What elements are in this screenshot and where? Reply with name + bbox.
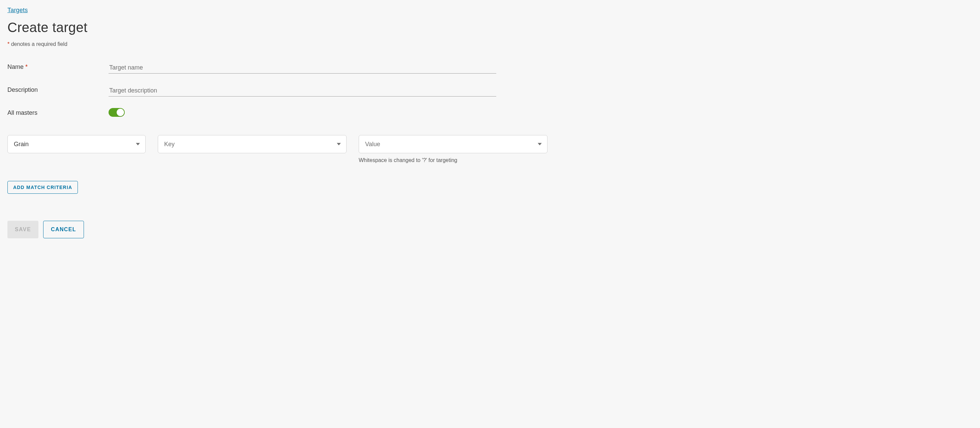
criteria-key-select[interactable]: Key — [158, 135, 347, 153]
create-target-form: Name * Description All masters Gr — [7, 62, 973, 238]
all-masters-label: All masters — [7, 108, 108, 117]
name-label-text: Name — [7, 64, 25, 70]
toggle-knob — [117, 109, 124, 116]
chevron-down-icon — [136, 143, 140, 145]
page-title: Create target — [7, 20, 973, 35]
criteria-key-value: Key — [164, 141, 175, 148]
match-criteria-row: Grain Key Value Whitespace is changed to… — [7, 135, 973, 163]
name-required-mark: * — [25, 64, 28, 70]
chevron-down-icon — [337, 143, 341, 145]
required-note-text: denotes a required field — [10, 41, 67, 47]
form-actions: SAVE CANCEL — [7, 221, 973, 238]
all-masters-toggle[interactable] — [108, 108, 125, 117]
required-field-note: * denotes a required field — [7, 41, 973, 47]
criteria-type-value: Grain — [14, 141, 29, 148]
description-input[interactable] — [108, 85, 496, 97]
criteria-value-helper: Whitespace is changed to '?' for targeti… — [359, 157, 547, 163]
criteria-value-value: Value — [365, 141, 380, 148]
breadcrumb-targets-link[interactable]: Targets — [7, 7, 28, 13]
breadcrumb: Targets — [7, 7, 973, 14]
description-label: Description — [7, 85, 108, 94]
criteria-value-select[interactable]: Value — [359, 135, 547, 153]
name-label: Name * — [7, 62, 108, 70]
name-input[interactable] — [108, 62, 496, 73]
criteria-type-select[interactable]: Grain — [7, 135, 146, 153]
chevron-down-icon — [538, 143, 542, 145]
name-row: Name * — [7, 62, 973, 73]
save-button[interactable]: SAVE — [7, 221, 38, 238]
description-row: Description — [7, 85, 973, 97]
cancel-button[interactable]: CANCEL — [43, 221, 84, 238]
add-match-criteria-button[interactable]: ADD MATCH CRITERIA — [7, 181, 78, 194]
all-masters-row: All masters — [7, 108, 973, 118]
